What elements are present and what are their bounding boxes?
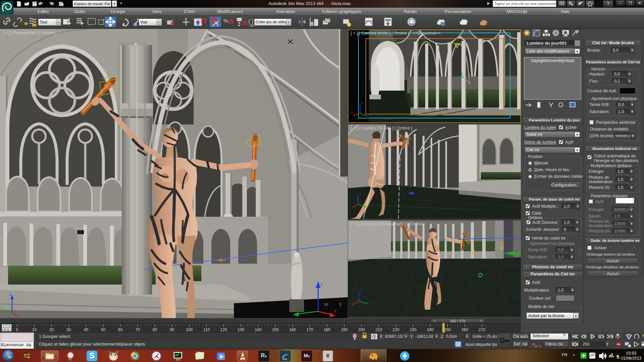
svg-text:0: 0 [16,327,18,332]
svg-text:[ + ] [ Caméra Cheminement ]: [ + ] [ Caméra Cheminement ] [ Ombré ] [351,222,425,226]
svg-text:230: 230 [410,327,416,332]
svg-text:40: 40 [84,327,89,332]
svg-text:50: 50 [101,327,106,332]
svg-text:80: 80 [153,327,157,332]
svg-text:x: x [351,110,352,114]
svg-text:70: 70 [135,327,140,332]
svg-text:✓: ✓ [324,25,326,28]
svg-text:W: W [324,302,328,307]
svg-text:v: v [501,242,502,245]
svg-text:140: 140 [255,327,261,332]
svg-text:150: 150 [272,327,279,332]
svg-text:270: 270 [479,327,485,332]
svg-text:[ + ] [ Caméra Arche ] [ Ombré: [ + ] [ Caméra Arche ] [ Ombré ] <<Désac… [351,31,441,36]
svg-text:180: 180 [324,327,330,332]
svg-text:260: 260 [461,327,468,332]
svg-text:mxb: mxb [283,358,287,360]
svg-text:[ + ] [ Caméra TB-045 ] [ Ombr: [ + ] [ Caméra TB-045 ] [ Ombré ] [351,126,412,131]
svg-text:{ }: { } [248,18,254,24]
svg-text:220: 220 [393,327,399,332]
svg-text:y: y [293,308,295,312]
svg-text:160: 160 [289,327,296,332]
svg-text:100: 100 [186,327,193,332]
svg-text:y: y [1,305,3,309]
svg-text:z: z [359,193,361,196]
svg-text:200: 200 [358,327,365,332]
svg-text:240: 240 [427,327,434,332]
svg-text:190: 190 [341,327,348,332]
svg-text:z: z [9,292,11,296]
svg-text:130: 130 [238,327,244,332]
svg-text:110: 110 [203,327,210,332]
svg-text:10: 10 [32,327,37,332]
svg-text:z: z [361,101,363,105]
svg-text:y: y [367,204,369,207]
svg-text:z: z [360,289,362,292]
svg-text:x: x [18,315,20,318]
svg-text:210: 210 [375,327,382,332]
svg-text:90: 90 [170,327,175,332]
svg-text:[ + ] [ Perspective ] [ Ombré: [ + ] [ Perspective ] [ Ombré ] [3,31,56,35]
svg-text:20: 20 [49,327,54,332]
svg-text:%: % [224,18,228,23]
svg-text:z: z [320,282,323,287]
svg-text:250: 250 [444,327,451,332]
svg-text:170: 170 [306,327,313,332]
svg-text:y: y [368,112,370,116]
svg-text:S: S [339,302,342,307]
svg-text:120: 120 [220,327,227,332]
svg-text:3: 3 [198,17,201,23]
svg-text:60: 60 [118,327,123,332]
svg-text:x: x [334,309,336,313]
svg-text:30: 30 [66,327,71,332]
